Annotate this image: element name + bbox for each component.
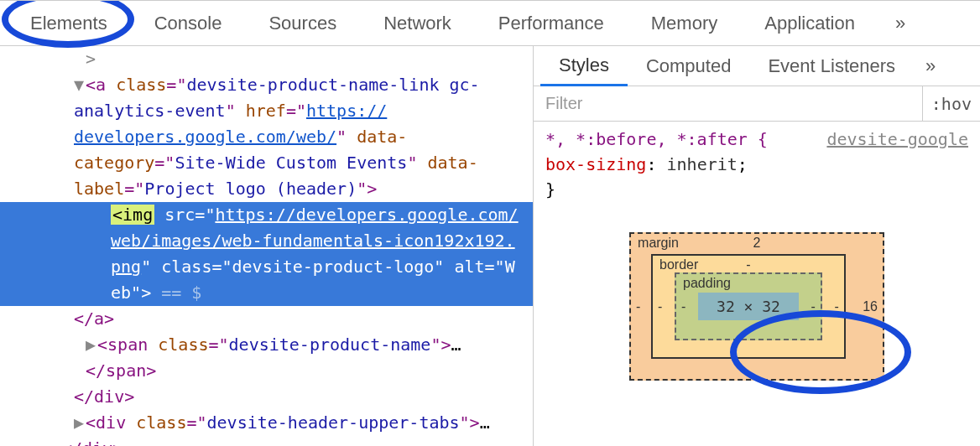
- box-model-padding[interactable]: padding - - 32 × 32: [675, 272, 822, 340]
- box-model-border[interactable]: border - - - padding - - 32 × 32: [651, 254, 846, 359]
- box-model-border-top: -: [746, 257, 750, 272]
- box-model-padding-label: padding: [683, 276, 731, 291]
- tab-memory[interactable]: Memory: [628, 1, 741, 46]
- attr-alt: alt=: [444, 257, 494, 277]
- selected-tag-highlight: <img: [111, 205, 154, 225]
- gray-angle: >: [86, 49, 96, 69]
- css-rule[interactable]: devsite-google *, *:before, *:after {: [545, 127, 968, 152]
- styles-filter-input[interactable]: [534, 86, 922, 121]
- attr-data-category: data-: [347, 127, 407, 147]
- box-model-padding-right: -: [811, 299, 816, 314]
- selected-node-suffix: == $: [151, 283, 201, 303]
- styles-filter-row: :hov: [534, 86, 980, 122]
- hov-toggle[interactable]: :hov: [922, 86, 980, 121]
- css-property: box-sizing: [545, 154, 646, 174]
- dom-selected-img[interactable]: <img src="https://developers.google.com/…: [0, 202, 533, 306]
- attr-src: src=": [154, 205, 215, 225]
- tab-sources[interactable]: Sources: [245, 1, 360, 46]
- box-model-border-right: -: [835, 299, 839, 314]
- tab-application[interactable]: Application: [741, 1, 878, 46]
- box-model-margin-left: -: [636, 299, 640, 314]
- dom-div-close2[interactable]: </div>: [62, 436, 533, 446]
- disclosure-triangle-icon[interactable]: ▶: [74, 410, 86, 436]
- box-model-margin-right: 16: [863, 299, 878, 314]
- sidebar-tab-event-listeners[interactable]: Event Listeners: [749, 46, 914, 86]
- css-rule-close: }: [545, 177, 968, 202]
- tab-performance[interactable]: Performance: [475, 1, 628, 46]
- sidebar-tab-styles[interactable]: Styles: [540, 46, 628, 86]
- main-panels: > ▼<a class="devsite-product-name-link g…: [0, 46, 980, 446]
- box-model-border-left: -: [658, 299, 662, 314]
- attr-class-value: devsite-product-name-link gc-: [186, 75, 479, 95]
- styles-sidebar: Styles Computed Event Listeners » :hov d…: [533, 46, 980, 446]
- tabs-overflow-icon[interactable]: »: [878, 13, 922, 34]
- box-model-border-label: border: [659, 257, 698, 272]
- elements-dom-tree[interactable]: > ▼<a class="devsite-product-name-link g…: [0, 46, 533, 446]
- dom-div2[interactable]: ▶<div class="devsite-header-upper-tabs">…: [74, 410, 533, 436]
- rule-source-link[interactable]: devsite-google: [826, 127, 968, 152]
- dom-a-open[interactable]: ▼<a class="devsite-product-name-link gc-: [74, 72, 533, 98]
- dom-div-close[interactable]: </div>: [74, 384, 533, 410]
- dom-a-open-wrap3[interactable]: category="Site-Wide Custom Events" data-: [74, 150, 533, 176]
- css-value: inherit: [667, 154, 738, 174]
- dom-a-open-wrap4[interactable]: label="Project logo (header)">: [74, 176, 533, 202]
- dom-line[interactable]: >: [86, 46, 533, 72]
- attr-data-label-value: Project logo (header): [144, 179, 357, 199]
- sidebar-tabs: Styles Computed Event Listeners »: [534, 46, 980, 86]
- dom-a-close[interactable]: </a>: [74, 306, 533, 332]
- tag-name: a: [96, 75, 106, 95]
- box-model-content[interactable]: 32 × 32: [698, 293, 799, 320]
- dom-span[interactable]: ▶<span class="devsite-product-name">…: [86, 332, 533, 358]
- box-model-margin[interactable]: margin 2 - 16 border - - - padding - - 3…: [629, 232, 884, 381]
- sidebar-tab-computed[interactable]: Computed: [628, 46, 750, 86]
- box-model-padding-left: -: [681, 299, 685, 314]
- tab-console[interactable]: Console: [131, 1, 246, 46]
- disclosure-triangle-open-icon[interactable]: ▼: [74, 72, 86, 98]
- dom-a-open-wrap[interactable]: analytics-event" href="https://: [74, 98, 533, 124]
- css-selector: *, *:before, *:after {: [545, 129, 768, 149]
- attr-data-category-value: Site-Wide Custom Events: [175, 153, 407, 173]
- box-model-margin-top: 2: [753, 236, 761, 251]
- attr-href: href: [236, 101, 286, 121]
- attr-class-value: "devsite-product-logo": [222, 257, 444, 277]
- devtools-tabs: Elements Console Sources Network Perform…: [0, 1, 980, 46]
- box-model-diagram[interactable]: margin 2 - 16 border - - - padding - - 3…: [534, 232, 980, 381]
- tag-angle: <: [86, 75, 96, 95]
- attr-class: class=: [151, 257, 222, 277]
- sidebar-tabs-overflow-icon[interactable]: »: [914, 46, 947, 86]
- dom-a-open-wrap2[interactable]: developers.google.com/web/" data-: [74, 124, 533, 150]
- css-declaration[interactable]: box-sizing: inherit;: [545, 152, 968, 177]
- tab-network[interactable]: Network: [360, 1, 475, 46]
- dom-span-close[interactable]: </span>: [86, 358, 533, 384]
- attr-href-value[interactable]: https://: [306, 101, 387, 121]
- attr-class: class: [106, 75, 166, 95]
- tab-elements[interactable]: Elements: [7, 1, 131, 46]
- disclosure-triangle-icon[interactable]: ▶: [86, 332, 97, 358]
- css-rules-pane[interactable]: devsite-google *, *:before, *:after { bo…: [534, 122, 980, 207]
- box-model-margin-label: margin: [638, 236, 679, 251]
